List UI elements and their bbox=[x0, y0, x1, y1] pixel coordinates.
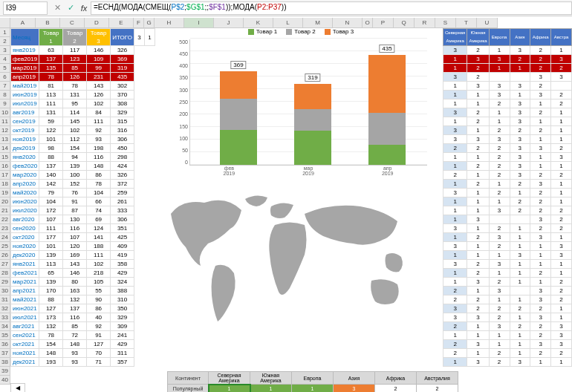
cell-month[interactable]: дек2019 bbox=[11, 144, 39, 153]
cell-value[interactable]: 111 bbox=[39, 224, 63, 233]
cell-value[interactable]: 139 bbox=[39, 251, 63, 260]
region-header[interactable]: Австра bbox=[551, 29, 572, 46]
region-cell[interactable]: 3 bbox=[530, 180, 551, 189]
column-header-D[interactable]: D bbox=[85, 18, 109, 28]
region-cell[interactable]: 3 bbox=[443, 189, 467, 197]
column-header-Q[interactable]: Q bbox=[394, 18, 415, 28]
region-cell[interactable]: 3 bbox=[467, 55, 489, 64]
cell-month[interactable]: авг2021 bbox=[11, 322, 39, 331]
region-cell[interactable]: 1 bbox=[443, 180, 467, 189]
world-map[interactable] bbox=[160, 184, 427, 333]
region-cell[interactable]: 2 bbox=[489, 224, 510, 233]
cell-value[interactable]: 104 bbox=[39, 197, 63, 206]
cell-month[interactable]: май2019 bbox=[11, 82, 39, 91]
popular-value[interactable]: 3 bbox=[334, 385, 375, 393]
region-cell[interactable]: 1 bbox=[443, 206, 467, 215]
cell-value[interactable]: 122 bbox=[39, 126, 63, 135]
region-cell[interactable]: 2 bbox=[530, 108, 551, 117]
cell-value[interactable]: 319 bbox=[111, 64, 134, 73]
region-cell[interactable]: 2 bbox=[467, 269, 489, 278]
region-cell[interactable]: 2 bbox=[551, 144, 572, 153]
region-cell[interactable]: 2 bbox=[510, 206, 530, 215]
region-cell[interactable]: 3 bbox=[443, 108, 467, 117]
region-cell[interactable]: 2 bbox=[443, 322, 467, 331]
row-header-25[interactable]: 25 bbox=[0, 242, 10, 251]
region-cell[interactable]: 3 bbox=[510, 46, 530, 55]
cell-value[interactable]: 231 bbox=[87, 73, 111, 82]
row-header-24[interactable]: 24 bbox=[0, 233, 10, 242]
region-cell[interactable]: 2 bbox=[551, 171, 572, 180]
row-header-8[interactable]: 8 bbox=[0, 91, 10, 99]
cell-value[interactable]: 372 bbox=[111, 180, 134, 189]
region-cell[interactable]: 2 bbox=[467, 73, 489, 82]
region-cell[interactable]: 1 bbox=[467, 126, 489, 135]
region-cell[interactable]: 2 bbox=[467, 144, 489, 153]
cell-value[interactable]: 145 bbox=[63, 117, 87, 126]
cell-value[interactable]: 424 bbox=[111, 162, 134, 171]
region-cell[interactable]: 1 bbox=[489, 64, 510, 73]
region-cell[interactable]: 2 bbox=[551, 91, 572, 99]
region-cell[interactable]: 3 bbox=[489, 260, 510, 269]
region-cell[interactable]: 1 bbox=[489, 251, 510, 260]
region-cell[interactable]: 3 bbox=[510, 144, 530, 153]
region-cell[interactable]: 1 bbox=[530, 135, 551, 144]
region-cell[interactable]: 2 bbox=[551, 278, 572, 287]
cell-value[interactable]: 109 bbox=[87, 55, 111, 64]
region-cell[interactable]: 3 bbox=[551, 73, 572, 82]
cell-value[interactable]: 40 bbox=[87, 313, 111, 322]
region-cell[interactable]: 2 bbox=[530, 82, 551, 91]
cell-value[interactable]: 78 bbox=[87, 180, 111, 189]
region-cell[interactable]: 2 bbox=[510, 197, 530, 206]
region-cell[interactable]: 1 bbox=[551, 126, 572, 135]
region-cell[interactable]: 3 bbox=[530, 91, 551, 99]
row-header-21[interactable]: 21 bbox=[0, 206, 10, 215]
cell-month[interactable]: мар2019 bbox=[11, 64, 39, 73]
header-i[interactable]: ИТОГО bbox=[111, 29, 134, 46]
continent-name[interactable]: Азия bbox=[334, 372, 375, 385]
cell-month[interactable]: янв2020 bbox=[11, 153, 39, 162]
data-table[interactable]: МесяцТовар 1Товар 2Товар 3ИТОГО31янв2019… bbox=[10, 28, 155, 367]
region-cell[interactable] bbox=[489, 215, 510, 224]
region-cell[interactable]: 1 bbox=[443, 269, 467, 278]
cell-value[interactable]: 85 bbox=[63, 322, 87, 331]
region-cell[interactable]: 2 bbox=[530, 269, 551, 278]
region-cell[interactable]: 1 bbox=[443, 91, 467, 99]
cell-value[interactable]: 139 bbox=[63, 162, 87, 171]
cell-month[interactable]: авг2020 bbox=[11, 215, 39, 224]
row-header-9[interactable]: 9 bbox=[0, 99, 10, 108]
cell-month[interactable]: сен2019 bbox=[11, 117, 39, 126]
cell-month[interactable]: апр2021 bbox=[11, 287, 39, 295]
cell-value[interactable]: 71 bbox=[87, 358, 111, 367]
region-cell[interactable]: 2 bbox=[489, 358, 510, 367]
region-cell[interactable]: 3 bbox=[489, 135, 510, 144]
cell-value[interactable]: 298 bbox=[111, 153, 134, 162]
region-cell[interactable]: 2 bbox=[467, 233, 489, 242]
cell-value[interactable]: 72 bbox=[63, 331, 87, 340]
column-header-E[interactable]: E bbox=[109, 18, 134, 28]
region-cell[interactable]: 1 bbox=[443, 64, 467, 73]
column-header-G[interactable]: G bbox=[144, 18, 155, 28]
region-cell[interactable]: 2 bbox=[467, 162, 489, 171]
region-cell[interactable]: 1 bbox=[443, 278, 467, 287]
cell-value[interactable]: 93 bbox=[63, 349, 87, 358]
cell-value[interactable]: 146 bbox=[63, 269, 87, 278]
row-header-31[interactable]: 31 bbox=[0, 295, 10, 304]
row-header-10[interactable]: 10 bbox=[0, 108, 10, 117]
region-cell[interactable]: 3 bbox=[510, 82, 530, 91]
column-header-K[interactable]: K bbox=[244, 18, 273, 28]
cell-value[interactable]: 135 bbox=[39, 64, 63, 73]
cell-month[interactable]: дек2021 bbox=[11, 358, 39, 367]
region-cell[interactable]: 2 bbox=[530, 189, 551, 197]
cell-month[interactable]: окт2019 bbox=[11, 126, 39, 135]
region-cell[interactable]: 2 bbox=[489, 242, 510, 251]
cell-value[interactable]: 326 bbox=[111, 46, 134, 55]
region-cell[interactable]: 2 bbox=[510, 180, 530, 189]
region-cell[interactable]: 3 bbox=[443, 242, 467, 251]
cell-value[interactable]: 311 bbox=[111, 349, 134, 358]
region-cell[interactable]: 2 bbox=[551, 99, 572, 108]
row-header-11[interactable]: 11 bbox=[0, 117, 10, 126]
region-cell[interactable]: 3 bbox=[443, 304, 467, 313]
region-cell[interactable]: 3 bbox=[530, 73, 551, 82]
region-cell[interactable]: 1 bbox=[467, 91, 489, 99]
row-header-32[interactable]: 32 bbox=[0, 304, 10, 313]
